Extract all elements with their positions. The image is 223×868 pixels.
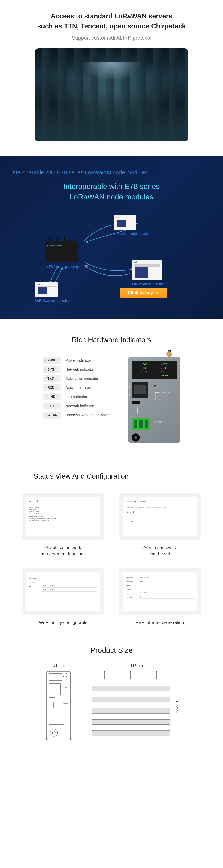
- config-item: NetworkIPv4 WAN StatusType: DHCPAddress:…: [22, 493, 104, 557]
- led-indicator: WLAN: [154, 374, 174, 377]
- node-card-icon: [114, 215, 136, 230]
- width-front-label: 41mm: [53, 664, 64, 668]
- svg-rect-20: [101, 671, 105, 679]
- password-label: Password: [126, 511, 194, 513]
- svg-rect-6: [154, 393, 160, 400]
- indicator-desc: Link indicator: [65, 395, 87, 399]
- frp-row: Token: [126, 584, 194, 587]
- node-module-2: LoRaWan node module: [132, 260, 167, 286]
- indicator-legend: • PWRPower indicator• SYSNetwork indicat…: [43, 357, 123, 421]
- svg-rect-28: [92, 731, 170, 736]
- config-item-label: Admin password can be set: [119, 545, 201, 557]
- svg-rect-22: [153, 671, 157, 679]
- device-front-panel: PWRSYSTXDRXDLINKETHxWLAN WAN/LAN USB SIM…: [128, 357, 180, 442]
- indicator-desc: Network indicator: [65, 404, 94, 408]
- field-label: WiFi: [29, 585, 42, 587]
- node-module-1: LoRaWan node module: [114, 215, 149, 236]
- svg-rect-27: [92, 719, 170, 724]
- password-panel: Router PasswordChanges the administratio…: [123, 497, 197, 536]
- password-input[interactable]: [126, 515, 194, 520]
- config-card: Wifi settingBluetoothWiFiebyteXXX-5G+2Ge…: [22, 568, 104, 615]
- indicator-row: • PWRPower indicator: [43, 357, 123, 364]
- field-value: 80: [139, 596, 194, 599]
- svg-rect-15: [49, 714, 64, 724]
- click-to-buy-button[interactable]: Click to buy 👆: [120, 288, 167, 298]
- indicator-row: • RXDData up indicator: [43, 384, 123, 391]
- access-section: Access to standard LoRaWAN servers such …: [0, 0, 223, 156]
- indicator-code: • SYS: [43, 366, 61, 373]
- interoperable-section: Interoperable with E78 series LoRaWAN no…: [0, 156, 223, 319]
- field-label: Local port: [126, 596, 139, 598]
- field-label: Local IP: [126, 592, 139, 594]
- ethernet-port-icon: [132, 382, 148, 398]
- led-indicator: LINK: [134, 370, 154, 374]
- svg-point-8: [63, 673, 67, 677]
- node-label-2: LoRaWan node module: [132, 282, 167, 286]
- status-config-title: Status View And Configuration: [33, 472, 201, 480]
- hardware-title: Rich Hardware Indicators: [19, 336, 204, 344]
- product-size-title: Product Size: [19, 646, 204, 654]
- svg-rect-26: [92, 708, 170, 713]
- access-title-line1: Access to standard LoRaWAN servers: [51, 12, 172, 20]
- config-item-label: FRP intranet penetration: [119, 619, 201, 626]
- led-panel: PWRSYSTXDRXDLINKETHxWLAN: [132, 361, 177, 379]
- size-side-view: 116mm 105mm: [90, 664, 183, 744]
- gateway-icon: ✦ LoRaWAN ▬▬▬: [44, 241, 78, 261]
- indicator-code: • TXD: [43, 375, 61, 382]
- frp-row: Protocoltcp: [126, 588, 194, 591]
- field-label: Protocol: [126, 589, 139, 590]
- indicator-desc: Network indicator: [65, 367, 94, 372]
- hardware-indicators-section: Rich Hardware Indicators • PWRPower indi…: [0, 319, 223, 458]
- config-item-label: Wi-Fi policy configurable: [22, 619, 104, 626]
- wifi-row: Bluetooth: [29, 581, 97, 584]
- field-label: Token: [126, 585, 139, 586]
- field-value: [139, 584, 194, 587]
- pointer-icon: 👆: [154, 290, 160, 295]
- antenna-connector-icon: [166, 351, 172, 357]
- confirmation-input[interactable]: [126, 524, 194, 529]
- reboot-button-icon: [154, 385, 156, 386]
- gateway-label: LoRaWan gateway: [44, 265, 79, 269]
- svg-point-11: [65, 687, 67, 689]
- indicator-row: • WLANWireless working indicator: [43, 412, 123, 418]
- server-room-image: [35, 49, 188, 142]
- svg-marker-3: [85, 265, 88, 268]
- field-value: tcp: [139, 588, 194, 591]
- width-side-label: 116mm: [130, 664, 143, 668]
- svg-rect-25: [92, 697, 170, 702]
- node-label-1: LoRaWan node module: [114, 232, 149, 236]
- indicator-desc: Power indicator: [65, 358, 91, 363]
- gateway-node: ✦ LoRaWAN ▬▬▬ LoRaWan gateway: [44, 241, 79, 269]
- frp-row: Server addrfrp.ebyte.com: [126, 576, 194, 579]
- terminal-block-icon: [132, 418, 150, 430]
- indicator-code: • WLAN: [43, 412, 61, 418]
- indicator-row: • SYSNetwork indicator: [43, 366, 123, 373]
- indicator-code: • ETH: [43, 403, 61, 409]
- field-label: Server addr: [126, 577, 139, 579]
- config-item: Router PasswordChanges the administratio…: [119, 493, 201, 557]
- port-side-labels: WAN/LAN USB SIM: [127, 383, 132, 400]
- led-indicator: SYS: [154, 363, 174, 366]
- access-subtitle: Support custom Ali ALINK protocol: [19, 35, 204, 41]
- svg-rect-13: [63, 697, 68, 703]
- status-config-section: Status View And Configuration NetworkIPv…: [0, 458, 223, 637]
- led-indicator: TXD: [134, 366, 154, 370]
- indicator-row: • TXDData down indicator: [43, 375, 123, 382]
- node-card-icon: [35, 282, 58, 297]
- frp-row: Local IP127.0.0.1: [126, 592, 194, 595]
- node-module-3: LoRaWan node module: [35, 282, 70, 303]
- usb-port-icon: [132, 401, 140, 404]
- svg-rect-10: [49, 683, 60, 695]
- access-title: Access to standard LoRaWAN servers such …: [19, 11, 204, 31]
- field-label: Wifi setting: [29, 578, 42, 579]
- sim-slot-icon: [132, 407, 137, 414]
- field-value: 127.0.0.1: [139, 592, 194, 595]
- config-item-label: Graphical network management functions: [22, 545, 104, 557]
- interop-subtitle: Interoperable with E78 series LoRaWAN no…: [11, 169, 212, 176]
- wifi-panel: Wifi settingBluetoothWiFiebyteXXX-5G+2Ge…: [26, 572, 100, 611]
- field-value: [42, 581, 97, 584]
- frp-panel: Server addrfrp.ebyte.comServer port7000T…: [123, 572, 197, 611]
- svg-rect-12: [49, 698, 55, 699]
- wifi-row: ebyteXXX-5G+2G: [29, 589, 97, 592]
- interop-title: Interoperable with E78 seriesLoRaWAN nod…: [11, 181, 212, 202]
